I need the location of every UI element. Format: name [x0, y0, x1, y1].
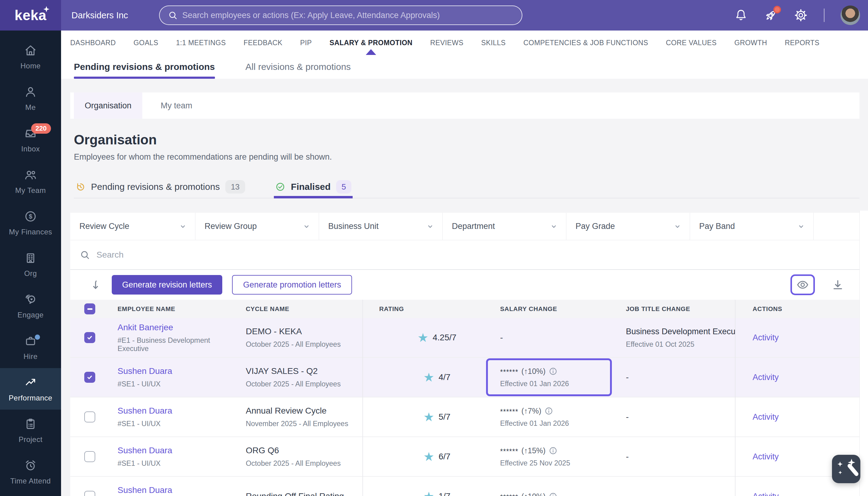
employee-name-link[interactable]: Sushen Duara [118, 366, 238, 376]
global-search[interactable] [159, 5, 522, 25]
tab-pending-revisions-promotions[interactable]: Pending revisions & promotions [74, 55, 215, 79]
nav-tab-core-values[interactable]: CORE VALUES [666, 31, 716, 55]
status-tab-label: Finalised [291, 182, 331, 192]
nav-tab-1-1-meetings[interactable]: 1:1 MEETINGS [176, 31, 226, 55]
filter-business-unit[interactable]: Business Unit [319, 213, 443, 240]
row-checkbox[interactable] [84, 451, 95, 462]
rating-star-icon: ★ [423, 371, 434, 383]
info-icon[interactable] [549, 446, 558, 455]
row-checkbox[interactable] [84, 491, 95, 496]
subtab-label: All revisions & promotions [246, 62, 351, 72]
keka-logo-text: keka [15, 7, 46, 24]
tab-pending-list[interactable]: Pending revisions & promotions 13 [74, 176, 246, 198]
svg-text:$: $ [29, 213, 32, 220]
activity-link[interactable]: Activity [753, 333, 859, 342]
filter-pay-grade[interactable]: Pay Grade [567, 213, 690, 240]
nav-tab-skills[interactable]: SKILLS [481, 31, 506, 55]
sidebar-item-me[interactable]: Me [0, 78, 61, 119]
results-card: Review CycleReview GroupBusiness UnitDep… [70, 213, 859, 496]
employee-name-link[interactable]: Sushen Duara [118, 406, 238, 416]
cycle-meta: November 2025 - All Employees [246, 420, 362, 428]
magic-wand-button[interactable] [832, 455, 861, 483]
employee-name-link[interactable]: Sushen Duara [118, 485, 238, 495]
sidebar-item-home[interactable]: Home [0, 36, 61, 78]
nav-tab-dashboard[interactable]: DASHBOARD [70, 31, 116, 55]
scrollbar-gutter[interactable] [859, 211, 868, 496]
nav-tab-goals[interactable]: GOALS [134, 31, 158, 55]
table-row: Sushen Duara#SE1 - UI/UXAnnual Review Cy… [70, 398, 859, 437]
row-checkbox[interactable] [84, 332, 95, 343]
filter-review-cycle[interactable]: Review Cycle [70, 213, 196, 240]
subtab-label: Pending revisions & promotions [74, 62, 215, 72]
sidebar-item-org[interactable]: Org [0, 244, 61, 285]
cycle-meta: October 2025 - All Employees [246, 340, 362, 348]
generate-revision-letters-button[interactable]: Generate revision letters [112, 275, 222, 295]
generate-promotion-letters-button[interactable]: Generate promotion letters [232, 275, 352, 295]
rating-star-icon: ★ [423, 450, 434, 463]
page-content: Organisation My team Organisation Employ… [61, 79, 868, 496]
tab-all-revisions-promotions[interactable]: All revisions & promotions [246, 55, 351, 79]
sidebar-item-performance[interactable]: Performance [0, 368, 61, 409]
salary-change-empty: - [500, 333, 621, 342]
user-avatar[interactable] [840, 5, 860, 25]
info-icon[interactable] [549, 367, 558, 376]
info-icon[interactable] [549, 492, 558, 496]
sidebar-item-project[interactable]: Project [0, 409, 61, 451]
job-title-change-empty: - [626, 372, 735, 382]
column-header-cycle-name: CYCLE NAME [238, 305, 362, 313]
scope-tab-organisation[interactable]: Organisation [74, 92, 142, 119]
scope-tab-my-team[interactable]: My team [142, 92, 211, 119]
nav-tab-competencies-job-functions[interactable]: COMPETENCIES & JOB FUNCTIONS [523, 31, 648, 55]
cycle-meta: October 2025 - All Employees [246, 380, 362, 388]
tab-finalised-list[interactable]: Finalised 5 [274, 176, 353, 198]
salary-change-value: ******(↑15%) [500, 446, 621, 455]
nav-tab-salary-promotion[interactable]: SALARY & PROMOTION [329, 31, 413, 55]
activity-link[interactable]: Activity [753, 492, 859, 496]
sidebar-item-hire[interactable]: Hire [0, 327, 61, 368]
company-name: Darksiders Inc [72, 10, 128, 20]
nav-tab-reviews[interactable]: REVIEWS [430, 31, 463, 55]
row-checkbox[interactable] [84, 412, 95, 422]
sidebar-item-inbox[interactable]: 220 Inbox [0, 119, 61, 160]
search-icon [168, 10, 178, 20]
nav-tab-growth[interactable]: GROWTH [734, 31, 767, 55]
preview-button[interactable] [790, 275, 815, 295]
keka-logo[interactable]: keka [0, 0, 61, 31]
column-header-rating: RATING [362, 305, 495, 313]
settings-button[interactable] [794, 8, 808, 22]
table-search[interactable] [70, 240, 859, 270]
masked-salary: ****** [500, 408, 518, 416]
sidebar-item-my-team[interactable]: My Team [0, 160, 61, 202]
sidebar-item-my-finances[interactable]: $ My Finances [0, 202, 61, 244]
nav-tab-reports[interactable]: REPORTS [785, 31, 819, 55]
sidebar-item-label: Hire [24, 352, 37, 361]
sidebar-item-label: Time Attend [10, 477, 51, 485]
filter-review-group[interactable]: Review Group [196, 213, 319, 240]
employee-name-link[interactable]: Ankit Banerjee [118, 323, 238, 332]
nav-tab-feedback[interactable]: FEEDBACK [244, 31, 282, 55]
activity-link[interactable]: Activity [753, 373, 859, 382]
download-icon[interactable] [831, 278, 844, 291]
job-title-change-empty: - [626, 412, 735, 422]
info-icon[interactable] [544, 406, 553, 415]
global-search-input[interactable] [182, 11, 514, 20]
notifications-button[interactable] [734, 8, 748, 22]
sparkle-icon [838, 471, 842, 474]
salary-effective-date: Effective 01 Jan 2026 [500, 419, 621, 428]
employee-name-link[interactable]: Sushen Duara [118, 446, 238, 455]
whats-new-button[interactable] [764, 8, 778, 22]
row-checkbox[interactable] [84, 372, 95, 383]
table-search-input[interactable] [96, 250, 850, 260]
sidebar-item-time-attend[interactable]: Time Attend [0, 451, 61, 493]
select-all-checkbox[interactable] [84, 304, 95, 314]
scope-toggle: Organisation My team [70, 92, 859, 119]
performance-nav-tabs: DASHBOARDGOALS1:1 MEETINGSFEEDBACKPIPSAL… [61, 31, 868, 55]
filter-department[interactable]: Department [443, 213, 567, 240]
sort-arrow-icon[interactable] [90, 279, 102, 291]
activity-link[interactable]: Activity [753, 412, 859, 422]
masked-salary: ****** [500, 448, 518, 456]
chevron-down-icon [549, 221, 559, 231]
sidebar-item-engage[interactable]: Engage [0, 285, 61, 327]
nav-tab-pip[interactable]: PIP [300, 31, 312, 55]
filter-pay-band[interactable]: Pay Band [690, 213, 813, 240]
